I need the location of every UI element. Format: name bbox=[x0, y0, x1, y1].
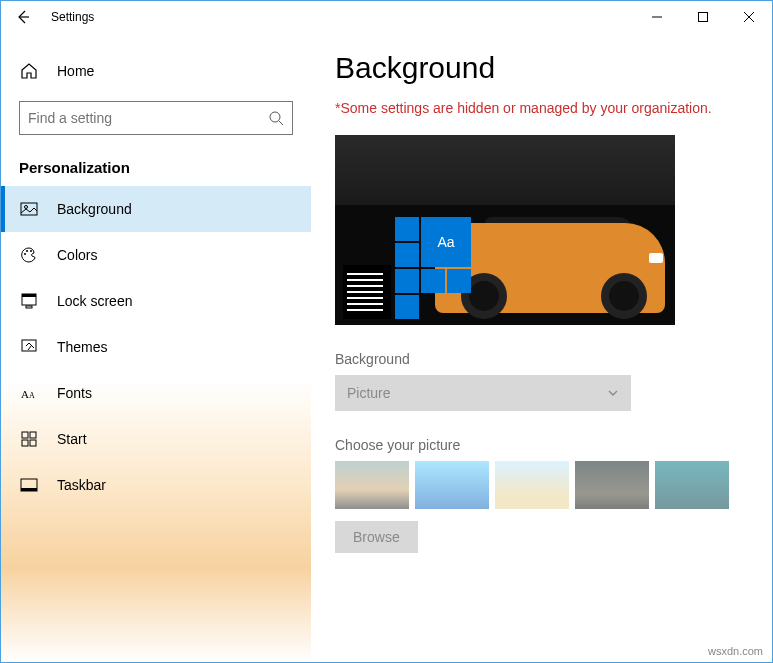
section-title: Personalization bbox=[1, 151, 311, 186]
sidebar-item-background[interactable]: Background bbox=[1, 186, 311, 232]
svg-rect-9 bbox=[26, 306, 32, 308]
chevron-down-icon bbox=[607, 387, 619, 399]
picture-thumb-1[interactable] bbox=[335, 461, 409, 509]
start-icon bbox=[19, 429, 39, 449]
svg-point-4 bbox=[24, 253, 26, 255]
fonts-icon: AA bbox=[19, 383, 39, 403]
home-nav[interactable]: Home bbox=[1, 51, 311, 91]
sidebar-item-label: Taskbar bbox=[57, 477, 106, 493]
sidebar-item-label: Colors bbox=[57, 247, 97, 263]
picture-thumb-3[interactable] bbox=[495, 461, 569, 509]
svg-text:A: A bbox=[21, 388, 29, 400]
svg-rect-16 bbox=[30, 440, 36, 446]
search-field[interactable] bbox=[28, 110, 268, 126]
sidebar-item-label: Background bbox=[57, 201, 132, 217]
palette-icon bbox=[19, 245, 39, 265]
svg-point-5 bbox=[26, 250, 28, 252]
svg-rect-15 bbox=[22, 440, 28, 446]
home-label: Home bbox=[57, 63, 94, 79]
svg-point-6 bbox=[30, 250, 32, 252]
sidebar-item-lock-screen[interactable]: Lock screen bbox=[1, 278, 311, 324]
home-icon bbox=[19, 61, 39, 81]
svg-text:A: A bbox=[29, 391, 35, 400]
picture-thumb-4[interactable] bbox=[575, 461, 649, 509]
arrow-left-icon bbox=[15, 9, 31, 25]
sidebar: Home Personalization BackgroundColorsLoc… bbox=[1, 33, 311, 662]
sidebar-item-themes[interactable]: Themes bbox=[1, 324, 311, 370]
svg-rect-18 bbox=[21, 488, 37, 491]
close-icon bbox=[744, 12, 754, 22]
svg-rect-14 bbox=[30, 432, 36, 438]
policy-message: *Some settings are hidden or managed by … bbox=[335, 99, 748, 119]
picture-thumbnails bbox=[335, 461, 748, 509]
preview-sample-text: Aa bbox=[421, 217, 471, 267]
sidebar-item-fonts[interactable]: AAFonts bbox=[1, 370, 311, 416]
background-dropdown: Picture bbox=[335, 375, 631, 411]
sidebar-item-label: Fonts bbox=[57, 385, 92, 401]
sidebar-item-colors[interactable]: Colors bbox=[1, 232, 311, 278]
page-title: Background bbox=[335, 51, 748, 85]
svg-point-3 bbox=[25, 206, 28, 209]
search-input[interactable] bbox=[19, 101, 293, 135]
maximize-button[interactable] bbox=[680, 1, 726, 33]
back-button[interactable] bbox=[9, 9, 37, 25]
sidebar-item-label: Lock screen bbox=[57, 293, 132, 309]
lockscreen-icon bbox=[19, 291, 39, 311]
svg-rect-13 bbox=[22, 432, 28, 438]
svg-point-1 bbox=[270, 112, 280, 122]
main-content: Background *Some settings are hidden or … bbox=[311, 33, 772, 662]
background-field-label: Background bbox=[335, 351, 748, 367]
svg-rect-0 bbox=[699, 13, 708, 22]
desktop-preview: Aa bbox=[335, 135, 675, 325]
browse-button: Browse bbox=[335, 521, 418, 553]
close-button[interactable] bbox=[726, 1, 772, 33]
choose-picture-label: Choose your picture bbox=[335, 437, 748, 453]
search-icon bbox=[268, 110, 284, 126]
sidebar-item-start[interactable]: Start bbox=[1, 416, 311, 462]
dropdown-value: Picture bbox=[347, 385, 391, 401]
image-icon bbox=[19, 199, 39, 219]
svg-rect-8 bbox=[22, 294, 36, 297]
themes-icon bbox=[19, 337, 39, 357]
maximize-icon bbox=[698, 12, 708, 22]
taskbar-icon bbox=[19, 475, 39, 495]
sidebar-item-label: Start bbox=[57, 431, 87, 447]
sidebar-item-taskbar[interactable]: Taskbar bbox=[1, 462, 311, 508]
minimize-button[interactable] bbox=[634, 1, 680, 33]
sidebar-item-label: Themes bbox=[57, 339, 108, 355]
picture-thumb-5[interactable] bbox=[655, 461, 729, 509]
watermark: wsxdn.com bbox=[708, 645, 763, 657]
picture-thumb-2[interactable] bbox=[415, 461, 489, 509]
titlebar: Settings bbox=[1, 1, 772, 33]
window-title: Settings bbox=[51, 10, 94, 24]
minimize-icon bbox=[652, 12, 662, 22]
